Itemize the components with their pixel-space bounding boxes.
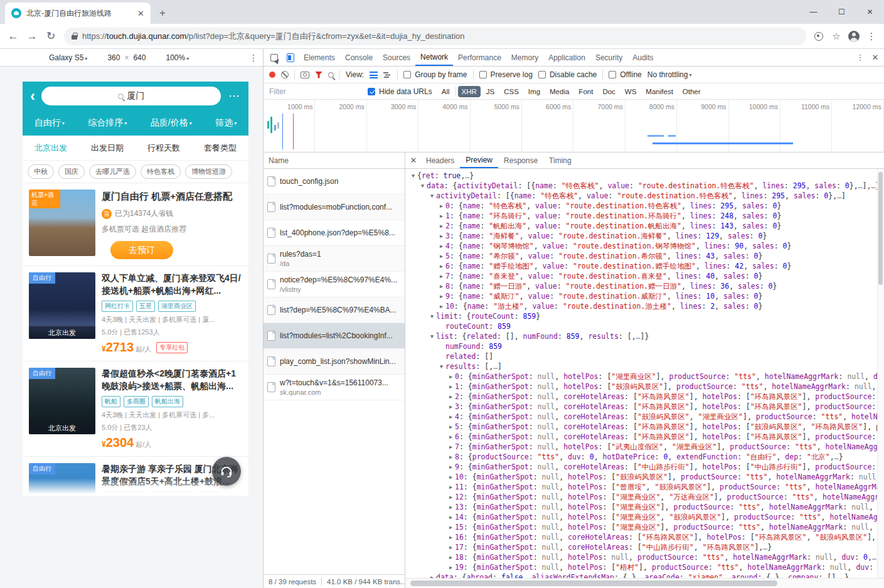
disclosure-open-icon[interactable]: ▼ [418,181,427,191]
disclosure-closed-icon[interactable]: ▶ [447,412,455,422]
disclosure-closed-icon[interactable]: ▶ [447,422,455,432]
view-list-icon[interactable] [370,72,378,78]
request-row[interactable]: lst_400phone.json?dep=%E5%8... [264,220,405,246]
json-tree-row[interactable]: ▶8: {name: "赠一日游", value: "route.destina… [405,281,884,291]
request-row[interactable]: list?modules=mobFunction,conf... [264,195,405,220]
view-waterfall-icon[interactable] [383,72,391,78]
product-tag-chip[interactable]: 网红打卡 [102,301,133,312]
devtools-tab-performance[interactable]: Performance [453,49,506,66]
zoom-select[interactable]: 100%▾ [166,53,189,62]
disclosure-closed-icon[interactable]: ▶ [447,522,455,532]
device-select[interactable]: Galaxy S5▾ [49,53,87,62]
json-tree-row[interactable]: ▶7: {minGatherSpot: null, hotelPos: ["武夷… [405,442,884,452]
devtools-tab-console[interactable]: Console [340,49,378,66]
devtools-tab-network[interactable]: Network [415,49,453,66]
filter-tab[interactable]: 综合排序▾ [88,117,127,129]
disclosure-closed-icon[interactable]: ▶ [437,301,445,311]
json-tree-row[interactable]: ▼limit: {routeCount: 859} [405,311,884,321]
detail-tab-preview[interactable]: Preview [460,152,498,168]
disclosure-open-icon[interactable]: ▼ [409,171,417,181]
product-tag-chip[interactable]: 环岛路风景区 [102,491,146,496]
json-tree-row[interactable]: ▶18: {minGatherSpot: null, hotelPos: nul… [405,552,884,562]
product-tag-chip[interactable]: 五星 [136,301,155,312]
json-tree-row[interactable]: ▶15: {minGatherSpot: null, hotelPos: ["湖… [405,522,884,532]
screenshot-camera-icon[interactable] [301,72,309,78]
quick-tag-chip[interactable]: 国庆 [58,164,85,179]
inspect-element-button[interactable] [266,49,282,66]
detail-tab-headers[interactable]: Headers [420,152,460,168]
hide-data-urls-checkbox[interactable] [368,88,375,95]
json-tree-row[interactable]: ▶0: {name: "特色客栈", value: "route.destina… [405,201,884,211]
disclosure-closed-icon[interactable]: ▶ [437,251,445,261]
sub-filter[interactable]: 套餐类型 [204,142,237,154]
bookmark-star-icon[interactable]: ☆ [828,28,845,45]
minimize-button[interactable]: — [799,0,828,24]
offline-checkbox[interactable] [609,71,616,78]
throttling-select[interactable]: No throttling▾ [647,70,692,79]
quick-tag-chip[interactable]: 中秋 [28,164,54,179]
page-action-icon[interactable] [810,28,828,45]
request-row[interactable]: w?t=touch&v=1&s=156110073...sk.qunar.com [264,375,405,400]
disclosure-closed-icon[interactable]: ▶ [447,542,455,552]
disclosure-closed-icon[interactable]: ▶ [447,462,455,472]
devtools-tab-sources[interactable]: Sources [378,49,415,66]
json-tree-row[interactable]: ▶2: {minGatherSpot: null, coreHotelAreas… [405,392,884,402]
type-filter-manifest[interactable]: Manifest [642,86,676,97]
promo-card[interactable]: 机票+酒店 厦门自由行 机票+酒店任意搭配 首 已为14374人省钱 多机票可选… [23,183,248,266]
group-by-frame-checkbox[interactable] [403,71,411,78]
json-tree-row[interactable]: ▶5: {minGatherSpot: null, coreHotelAreas… [405,422,884,432]
quick-tag-chip[interactable]: 特色客栈 [141,164,181,179]
secure-lock-icon[interactable] [72,35,77,40]
json-tree-row[interactable]: numFound: 859 [405,341,884,351]
disclosure-closed-icon[interactable]: ▶ [447,402,455,412]
book-now-button[interactable]: 去预订 [110,241,173,259]
disclosure-open-icon[interactable]: ▼ [428,331,436,341]
json-tree-row[interactable]: ▶1: {minGatherSpot: null, hotelPos: ["鼓浪… [405,382,884,392]
search-input[interactable]: 厦门 [41,87,221,105]
scrollbar-thumb[interactable] [410,580,777,586]
json-tree-row[interactable]: ▶7: {name: "喜来登", value: "route.destinat… [405,271,884,281]
tab-close-icon[interactable]: ✕ [137,9,144,18]
json-tree-row[interactable]: ▶3: {name: "海鲜餐", value: "route.destinat… [405,231,884,241]
disclosure-closed-icon[interactable]: ▶ [447,442,455,452]
disclosure-closed-icon[interactable]: ▶ [437,241,445,251]
disclosure-closed-icon[interactable]: ▶ [447,472,455,482]
product-tag-chip[interactable]: 帆船 [102,396,120,407]
json-tree-row[interactable]: related: [] [405,351,884,361]
json-tree-row[interactable]: ▶4: {minGatherSpot: null, coreHotelAreas… [405,412,884,422]
disclosure-closed-icon[interactable]: ▶ [437,291,445,301]
devtools-tab-audits[interactable]: Audits [627,49,658,66]
sub-filter[interactable]: 北京出发 [35,142,67,154]
request-row[interactable]: list?dep=%E5%8C%97%E4%BA... [264,297,405,323]
more-menu-icon[interactable]: ⋯ [226,89,242,103]
product-tag-chip[interactable]: 多商圈 [124,396,149,407]
disclosure-closed-icon[interactable]: ▶ [447,382,455,392]
disclosure-closed-icon[interactable]: ▶ [428,572,436,578]
json-tree-row[interactable]: ▶12: {minGatherSpot: null, hotelPos: ["湖… [405,492,884,502]
product-tag-chip[interactable]: 前埔医院附近 [149,491,193,496]
type-filter-xhr[interactable]: XHR [458,86,481,97]
type-filter-img[interactable]: Img [525,86,544,97]
network-overview[interactable]: 1000 ms2000 ms3000 ms4000 ms5000 ms6000 … [264,100,884,152]
disclosure-closed-icon[interactable]: ▶ [437,221,445,231]
disclosure-closed-icon[interactable]: ▶ [447,432,455,442]
request-row[interactable]: rules?das=1/da [264,246,405,272]
json-tree-row[interactable]: ▶17: {minGatherSpot: null, coreHotelArea… [405,542,884,552]
sub-filter[interactable]: 出发日期 [91,142,124,154]
back-chevron-icon[interactable]: ‹ [29,90,36,102]
type-filter-ws[interactable]: WS [621,86,641,97]
json-tree-row[interactable]: ▶10: {minGatherSpot: null, hotelPos: ["鼓… [405,472,884,482]
devtools-tab-security[interactable]: Security [590,49,627,66]
filter-funnel-icon[interactable] [315,72,322,78]
json-tree-row[interactable]: ▶2: {name: "帆船出海", value: "route.destina… [405,221,884,231]
json-tree-row[interactable]: ▶8: {productSource: "tts", duv: 0, hotDa… [405,452,884,462]
disclosure-closed-icon[interactable]: ▶ [447,512,455,522]
product-tag-chip[interactable]: 湖里商业区 [158,301,196,312]
json-tree-row[interactable]: ▼activityDetail: [{name: "特色客栈", value: … [405,191,884,201]
disclosure-closed-icon[interactable]: ▶ [437,211,445,221]
disclosure-closed-icon[interactable]: ▶ [437,231,445,241]
json-tree-row[interactable]: ▶9: {minGatherSpot: null, coreHotelAreas… [405,462,884,472]
disclosure-open-icon[interactable]: ▼ [437,361,445,372]
close-detail-icon[interactable]: ✕ [407,152,420,168]
json-tree-row[interactable]: ▶6: {minGatherSpot: null, coreHotelAreas… [405,432,884,442]
